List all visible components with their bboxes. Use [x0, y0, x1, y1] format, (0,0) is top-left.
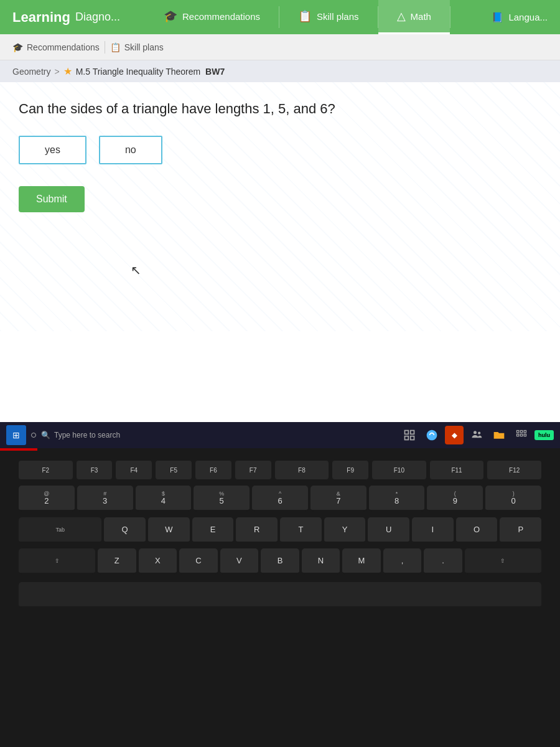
breadcrumb: Geometry > ★ M.5 Triangle Inequality The… — [0, 60, 560, 82]
key-amp-7[interactable]: &7 — [310, 486, 366, 512]
skill-plans-nav-label: Skill plans — [124, 42, 164, 52]
svg-rect-9 — [517, 434, 519, 436]
fn-key-f9[interactable]: F9 — [332, 461, 368, 479]
key-space[interactable] — [19, 582, 541, 608]
key-c[interactable]: C — [179, 548, 218, 575]
language-icon: 📘 — [492, 12, 503, 23]
key-shift-left[interactable]: ⇧ — [19, 548, 95, 575]
fn-key-f10[interactable]: F10 — [372, 461, 426, 479]
nav-recommendations[interactable]: 🎓 Recommendations — [12, 42, 100, 52]
breadcrumb-chevron-icon: > — [54, 67, 59, 77]
taskbar-icon-edge[interactable] — [422, 426, 441, 444]
key-shift-right[interactable]: ⇧ — [465, 548, 541, 575]
app-subtitle-text: Diagno... — [75, 11, 120, 24]
key-star-8[interactable]: *8 — [369, 486, 425, 512]
fn-key-row: F2 F3 F4 F5 F6 F7 F8 F9 F10 F11 F12 — [0, 448, 560, 482]
fn-key-f12[interactable]: F12 — [487, 461, 541, 479]
key-e[interactable]: E — [192, 517, 234, 543]
windows-start-button[interactable]: ⊞ — [6, 425, 26, 445]
submit-button[interactable]: Submit — [19, 186, 85, 212]
key-m[interactable]: M — [342, 548, 381, 575]
answer-options: yes no — [19, 136, 541, 164]
key-t[interactable]: T — [280, 517, 322, 543]
key-caret-6[interactable]: ^6 — [252, 486, 308, 512]
fn-key-f3[interactable]: F3 — [77, 461, 113, 479]
key-lparen-9[interactable]: (9 — [427, 486, 483, 512]
key-x[interactable]: X — [139, 548, 177, 575]
answer-no-button[interactable]: no — [99, 136, 162, 164]
tab-math[interactable]: △ Math — [378, 0, 450, 34]
taskbar-icon-people[interactable] — [467, 426, 486, 444]
taskbar-icon-1[interactable] — [400, 426, 419, 444]
taskbar-icon-red[interactable]: ◆ — [445, 426, 464, 444]
key-u[interactable]: U — [368, 517, 409, 543]
key-period[interactable]: . — [424, 548, 462, 575]
top-nav: Learning Diagno... 🎓 Recommendations 📋 S… — [0, 0, 560, 34]
fn-key-f6[interactable]: F6 — [195, 461, 231, 479]
hulu-badge[interactable]: hulu — [534, 430, 554, 440]
svg-rect-10 — [520, 434, 522, 436]
nav-divider-3 — [450, 6, 450, 28]
key-i[interactable]: I — [412, 517, 454, 543]
breadcrumb-lesson: M.5 Triangle Inequality Theorem BW7 — [76, 67, 225, 77]
key-w[interactable]: W — [148, 517, 190, 543]
svg-rect-7 — [520, 431, 522, 433]
recommendations-nav-icon: 🎓 — [12, 42, 23, 52]
answer-yes-button[interactable]: yes — [19, 136, 86, 164]
key-p[interactable]: P — [500, 517, 541, 543]
taskbar-icon-folder[interactable] — [490, 426, 508, 444]
search-icon: 🔍 — [41, 431, 50, 439]
key-comma[interactable]: , — [383, 548, 422, 575]
taskbar-system-icons: ◆ hulu — [400, 426, 554, 444]
svg-point-4 — [474, 431, 477, 434]
key-at-2[interactable]: @2 — [19, 486, 75, 512]
key-y[interactable]: Y — [324, 517, 366, 543]
breadcrumb-star-icon: ★ — [63, 65, 72, 77]
fn-key-f7[interactable]: F7 — [235, 461, 271, 479]
secondary-divider-1 — [105, 41, 105, 54]
secondary-nav: 🎓 Recommendations 📋 Skill plans — [0, 34, 560, 60]
tab-skill-plans[interactable]: 📋 Skill plans — [279, 0, 378, 34]
key-q[interactable]: Q — [104, 517, 146, 543]
key-dollar-4[interactable]: $4 — [136, 486, 192, 512]
nav-skill-plans-secondary[interactable]: 📋 Skill plans — [110, 42, 164, 52]
cursor-pointer: ↖ — [131, 263, 141, 278]
key-v[interactable]: V — [220, 548, 259, 575]
search-circle[interactable] — [31, 433, 36, 438]
tab-recommendations[interactable]: 🎓 Recommendations — [145, 0, 279, 34]
question-text: Can the sides of a triangle have lengths… — [19, 101, 541, 117]
svg-rect-2 — [405, 436, 409, 440]
key-r[interactable]: R — [236, 517, 278, 543]
app-title: Learning Diagno... — [12, 9, 120, 26]
taskbar-search[interactable]: 🔍 Type here to search — [41, 431, 166, 439]
svg-rect-0 — [405, 431, 409, 435]
key-o[interactable]: O — [456, 517, 498, 543]
qwerty-row-1: Tab Q W E R T Y U I O P — [0, 515, 560, 546]
breadcrumb-code: BW7 — [205, 67, 225, 77]
key-percent-5[interactable]: %5 — [194, 486, 250, 512]
svg-rect-6 — [517, 431, 519, 433]
recommendations-icon: 🎓 — [164, 9, 177, 23]
key-z[interactable]: Z — [98, 548, 136, 575]
tab-recommendations-label: Recommendations — [182, 11, 260, 22]
num-key-row: @2 #3 $4 %5 ^6 &7 *8 (9 )0 — [0, 482, 560, 515]
qwerty-row-2: ⇧ Z X C V B N M , . ⇧ — [0, 546, 560, 577]
taskbar-search-label: Type here to search — [54, 431, 120, 439]
key-rparen-0[interactable]: )0 — [485, 486, 541, 512]
language-label: Langua... — [508, 12, 548, 22]
tab-math-label: Math — [411, 11, 431, 22]
fn-key-f11[interactable]: F11 — [430, 461, 484, 479]
nav-tabs: 🎓 Recommendations 📋 Skill plans △ Math — [145, 0, 450, 34]
taskbar-icon-grid[interactable] — [512, 426, 531, 444]
key-hash-3[interactable]: #3 — [77, 486, 133, 512]
app-window: Learning Diagno... 🎓 Recommendations 📋 S… — [0, 0, 560, 448]
fn-key-f4[interactable]: F4 — [116, 461, 152, 479]
key-b[interactable]: B — [261, 548, 299, 575]
fn-key-f2[interactable]: F2 — [19, 461, 73, 479]
key-tab[interactable]: Tab — [19, 517, 101, 543]
fn-key-f8[interactable]: F8 — [275, 461, 329, 479]
fn-key-f5[interactable]: F5 — [156, 461, 192, 479]
key-n[interactable]: N — [302, 548, 340, 575]
breadcrumb-subject[interactable]: Geometry — [12, 67, 50, 77]
app-title-text: Learning — [12, 9, 70, 26]
